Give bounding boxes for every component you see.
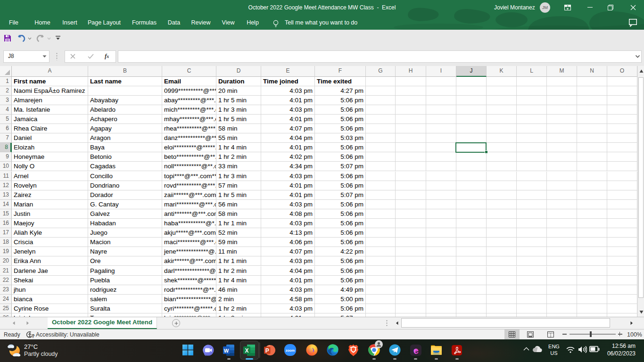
svg-text:X: X xyxy=(245,347,248,354)
svg-text:zoom: zoom xyxy=(286,348,295,353)
svg-text:P: P xyxy=(265,347,269,354)
svg-text:W: W xyxy=(224,347,229,353)
svg-text:?: ? xyxy=(32,333,34,338)
